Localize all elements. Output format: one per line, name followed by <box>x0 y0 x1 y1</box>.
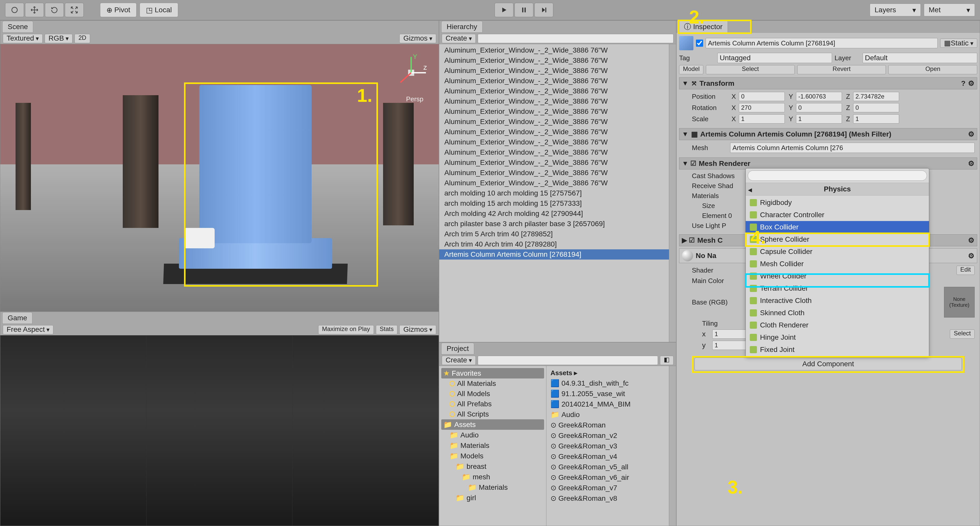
gameobject-active-checkbox[interactable] <box>696 40 703 47</box>
scene-gizmo[interactable]: Y z <box>393 54 428 90</box>
project-tab[interactable]: Project <box>441 343 474 354</box>
gear-icon[interactable]: ⚙ <box>968 236 974 245</box>
asset-item[interactable]: ⊙Greek&Roman_v5_all <box>549 462 667 472</box>
asset-item[interactable]: ⊙Greek&Roman_v4 <box>549 451 667 462</box>
scale-y-field[interactable]: 1 <box>796 114 842 124</box>
component-menu-item[interactable]: Interactive Cloth <box>746 294 929 307</box>
component-menu-item[interactable]: Terrain Collider <box>746 282 929 294</box>
game-tab[interactable]: Game <box>2 312 32 324</box>
mesh-renderer-header[interactable]: ▼ ☑ Mesh Renderer⚙ <box>679 157 977 170</box>
tree-item[interactable]: 📁Audio <box>441 430 544 440</box>
tag-dropdown[interactable]: Untagged <box>718 53 832 63</box>
tree-item[interactable]: All Scripts <box>441 409 544 420</box>
hierarchy-item[interactable]: arch molding 15 arch molding 15 [2757333… <box>439 198 669 208</box>
tree-item[interactable]: ★Favorites <box>441 368 544 378</box>
asset-item[interactable]: ⊙Greek&Roman_v2 <box>549 430 667 441</box>
hierarchy-item[interactable]: Aluminum_Exterior_Window_-_2_Wide_3886 7… <box>439 106 669 117</box>
project-create-dropdown[interactable]: Create ▾ <box>442 356 476 365</box>
component-menu-item[interactable]: Character Controller <box>746 209 929 221</box>
hierarchy-item[interactable]: Arch trim 40 Arch trim 40 [2789280] <box>439 239 669 249</box>
asset-item[interactable]: 📁Audio <box>549 409 667 420</box>
tree-item[interactable]: 📁girl <box>441 493 544 503</box>
asset-item[interactable]: ⊙Greek&Roman_v7 <box>549 483 667 493</box>
component-menu-item[interactable]: Fixed Joint <box>746 343 929 356</box>
asset-item[interactable]: 🟦20140214_MMA_BIM <box>549 399 667 409</box>
hierarchy-item[interactable]: Aluminum_Exterior_Window_-_2_Wide_3886 7… <box>439 96 669 106</box>
pause-button[interactable] <box>514 3 533 17</box>
gear-icon[interactable]: ⚙ <box>968 159 974 168</box>
popup-back-button[interactable]: ◂ <box>748 186 752 194</box>
revert-button[interactable]: Revert <box>797 65 886 74</box>
project-view-icon[interactable]: ◧ <box>660 356 673 365</box>
project-tree[interactable]: ★FavoritesAll MaterialsAll ModelsAll Pre… <box>439 366 546 526</box>
hierarchy-item[interactable]: arch molding 10 arch molding 15 [2757567… <box>439 188 669 198</box>
gear-icon[interactable]: ⚙ <box>968 130 974 138</box>
static-dropdown[interactable]: ▦Static ▾ <box>940 38 977 48</box>
hierarchy-tab[interactable]: Hierarchy <box>441 21 483 33</box>
rot-x-field[interactable]: 270 <box>739 103 785 112</box>
hierarchy-create-dropdown[interactable]: Create ▾ <box>442 34 476 43</box>
scene-2d-toggle[interactable]: 2D <box>75 34 90 43</box>
project-search[interactable] <box>478 356 658 365</box>
component-menu-item[interactable]: Hinge Joint <box>746 331 929 343</box>
tree-item[interactable]: 📁Materials <box>441 482 544 493</box>
asset-item[interactable]: 🟦91.1.2055_vase_wit <box>549 388 667 399</box>
hierarchy-list[interactable]: Aluminum_Exterior_Window_-_2_Wide_3886 7… <box>439 44 669 342</box>
layer-dropdown[interactable]: Default <box>862 53 977 63</box>
move-tool[interactable] <box>25 3 44 17</box>
asset-item[interactable]: ⊙Greek&Roman_v6_air <box>549 472 667 483</box>
scene-gizmos-dropdown[interactable]: Gizmos ▾ <box>399 34 436 43</box>
tree-item[interactable]: 📁breast <box>441 461 544 472</box>
hierarchy-item[interactable]: Artemis Column Artemis Column [2768194] <box>439 249 669 259</box>
stats-toggle[interactable]: Stats <box>376 325 398 334</box>
gameobject-name-field[interactable]: Artemis Column Artemis Column [2768194] <box>706 38 938 48</box>
tree-item[interactable]: 📁Materials <box>441 440 544 451</box>
texture-select-button[interactable]: Select <box>950 329 975 338</box>
tree-item[interactable]: All Materials <box>441 378 544 389</box>
component-menu-item[interactable]: Rigidbody <box>746 197 929 209</box>
transform-component-header[interactable]: ▼ ⤧ Transform? ⚙ <box>679 77 977 89</box>
mesh-field[interactable]: Artemis Column Artemis Column [276 <box>730 143 975 153</box>
hierarchy-item[interactable]: Aluminum_Exterior_Window_-_2_Wide_3886 7… <box>439 56 669 65</box>
component-menu-item[interactable]: Skinned Cloth <box>746 307 929 319</box>
hierarchy-item[interactable]: Aluminum_Exterior_Window_-_2_Wide_3886 7… <box>439 147 669 157</box>
asset-item[interactable]: 🟦04.9.31_dish_with_fc <box>549 378 667 388</box>
local-toggle[interactable]: ◳Local <box>140 3 178 17</box>
pos-z-field[interactable]: 2.734782e <box>853 92 899 101</box>
component-menu-item[interactable]: Capsule Collider <box>746 246 929 258</box>
tree-item[interactable]: All Models <box>441 389 544 399</box>
component-menu-item[interactable]: Mesh Collider <box>746 258 929 270</box>
asset-item[interactable]: ⊙Greek&Roman <box>549 420 667 430</box>
scale-x-field[interactable]: 1 <box>739 114 785 124</box>
scale-z-field[interactable]: 1 <box>853 114 899 124</box>
add-component-button[interactable]: Add Component <box>694 358 962 370</box>
scale-tool[interactable] <box>65 3 84 17</box>
scene-render-dropdown[interactable]: RGB ▾ <box>45 34 73 43</box>
scene-viewport[interactable]: 1. Y z Persp <box>0 44 439 311</box>
scene-shading-dropdown[interactable]: Textured ▾ <box>3 34 43 43</box>
assets-breadcrumb[interactable]: Assets ▸ <box>549 368 667 378</box>
hierarchy-item[interactable]: Aluminum_Exterior_Window_-_2_Wide_3886 7… <box>439 76 669 86</box>
help-icon[interactable]: ? <box>961 79 966 87</box>
play-button[interactable] <box>495 3 514 17</box>
hierarchy-item[interactable]: Aluminum_Exterior_Window_-_2_Wide_3886 7… <box>439 168 669 178</box>
pivot-toggle[interactable]: ⊕Pivot <box>100 3 137 17</box>
hierarchy-item[interactable]: Arch molding 42 Arch molding 42 [2790944… <box>439 208 669 219</box>
component-menu-item[interactable]: Wheel Collider <box>746 270 929 282</box>
mesh-filter-header[interactable]: ▼ ▦ Artemis Column Artemis Column [27681… <box>679 128 977 140</box>
hierarchy-item[interactable]: Aluminum_Exterior_Window_-_2_Wide_3886 7… <box>439 86 669 96</box>
maximize-on-play-toggle[interactable]: Maximize on Play <box>318 325 374 334</box>
component-menu-item[interactable]: Sphere Collider <box>746 233 929 246</box>
asset-item[interactable]: ⊙Greek&Roman_v3 <box>549 441 667 451</box>
hierarchy-item[interactable]: Arch trim 5 Arch trim 40 [2789852] <box>439 229 669 239</box>
step-button[interactable] <box>535 3 553 17</box>
layers-dropdown[interactable]: Layers▾ <box>870 3 921 16</box>
model-button[interactable]: Model <box>679 65 703 74</box>
rot-z-field[interactable]: 0 <box>853 103 899 112</box>
hierarchy-item[interactable]: Aluminum_Exterior_Window_-_2_Wide_3886 7… <box>439 117 669 127</box>
hierarchy-item[interactable]: Aluminum_Exterior_Window_-_2_Wide_3886 7… <box>439 127 669 137</box>
tree-item[interactable]: All Prefabs <box>441 399 544 409</box>
game-aspect-dropdown[interactable]: Free Aspect ▾ <box>3 325 53 334</box>
layout-dropdown[interactable]: Met▾ <box>924 3 975 16</box>
hierarchy-search[interactable] <box>478 34 673 43</box>
